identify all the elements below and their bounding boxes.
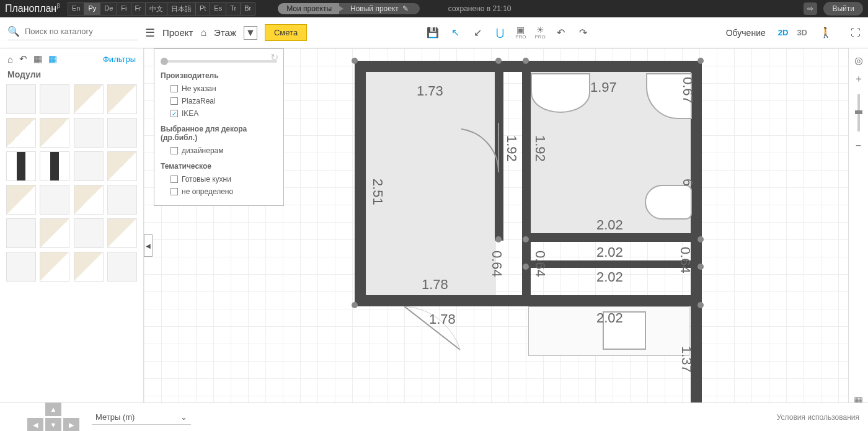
catalog-item[interactable] (74, 185, 104, 215)
share-icon: ⇨ (807, 4, 813, 13)
lang-br[interactable]: Br (240, 2, 255, 16)
dimension-label: 0.64 (532, 251, 548, 277)
catalog-item[interactable] (74, 151, 104, 181)
nav-left[interactable]: ◀ (27, 418, 43, 431)
catalog-item[interactable] (40, 218, 69, 248)
catalog-item[interactable] (107, 185, 137, 215)
catalog-item[interactable] (40, 84, 69, 114)
lang-fr[interactable]: Fr (131, 2, 145, 16)
filter-opt-ikea[interactable]: ✓IKEA (161, 107, 277, 120)
filter-opt-designers[interactable]: дизайнерам (161, 144, 277, 157)
filter-opt-unspecified[interactable]: Не указан (161, 82, 277, 95)
catalog-item[interactable] (6, 218, 36, 248)
sidebar-grid-small-icon[interactable]: ▦ (48, 53, 57, 64)
sidebar-grid-large-icon[interactable]: ▦ (33, 53, 42, 64)
magnet-icon[interactable]: ⋃ (493, 27, 507, 38)
hamburger-icon[interactable]: ☰ (145, 26, 155, 40)
project-menu[interactable]: Проект (162, 27, 193, 38)
pro-light-tool[interactable]: ☀PRO (534, 25, 545, 40)
sidebar-collapse-handle[interactable]: ◀ (144, 234, 153, 257)
pencil-icon[interactable]: ✎ (402, 4, 409, 13)
breadcrumb-current[interactable]: Новый проект ✎ (339, 3, 420, 14)
zoom-in-icon[interactable]: ＋ (854, 73, 864, 86)
nav-right[interactable]: ▶ (63, 418, 79, 431)
floorplan[interactable]: 1.73 1.97 0.67 1.92 1.92 2.51 6 2.02 0.6… (355, 61, 720, 408)
zoom-out-icon[interactable]: − (856, 140, 861, 151)
training-link[interactable]: Обучение (726, 28, 766, 38)
lang-ru[interactable]: Ру (84, 2, 100, 16)
catalog-item[interactable] (107, 218, 137, 248)
filters-link[interactable]: Фильтры (103, 55, 136, 64)
filter-opt-plazareal[interactable]: PlazaReal (161, 95, 277, 107)
lang-tr[interactable]: Tr (226, 2, 240, 16)
units-select[interactable]: Метры (m) ⌄ (92, 410, 191, 425)
logout-button[interactable]: Выйти (823, 2, 863, 16)
catalog-item[interactable] (107, 118, 137, 148)
nav-up[interactable]: ▲ (45, 402, 61, 416)
pro-camera-tool[interactable]: ▣PRO (515, 25, 526, 40)
target-icon[interactable]: ◎ (854, 55, 863, 66)
estimate-button[interactable]: Смета (265, 24, 307, 41)
lang-es[interactable]: Es (210, 2, 226, 16)
terms-link[interactable]: Условия использования (777, 413, 859, 422)
catalog-item[interactable] (74, 118, 104, 148)
lang-de[interactable]: De (100, 2, 117, 16)
catalog-item[interactable] (40, 118, 69, 148)
filter-group-decor: Выбранное для декора (др.библ.) (161, 125, 277, 142)
dimension-label: 1.97 (590, 79, 617, 96)
catalog-item[interactable] (6, 84, 36, 114)
main-toolbar: 🔍 ☰ Проект ⌂ Этаж ▼ Смета 💾 ↖ ↙ ⋃ ▣PRO ☀… (0, 17, 868, 48)
dimension-label: 1.37 (678, 346, 694, 373)
lang-ja[interactable]: 日本語 (167, 2, 195, 16)
sidebar-home-icon[interactable]: ⌂ (7, 54, 13, 64)
catalog-item[interactable] (74, 84, 104, 114)
dimension-label: 2.02 (596, 244, 623, 260)
catalog-item[interactable] (107, 84, 137, 114)
redo-icon[interactable]: ↷ (577, 27, 590, 38)
lang-zh[interactable]: 中文 (145, 2, 167, 16)
filter-slider[interactable] (161, 60, 277, 63)
breadcrumb-projects[interactable]: Мои проекты (278, 3, 339, 14)
chevron-down-icon: ⌄ (180, 412, 187, 422)
catalog-item[interactable] (6, 151, 36, 181)
filter-group-manufacturer: Производитель (161, 71, 277, 80)
sink-fixture (531, 73, 590, 113)
lang-pt[interactable]: Pt (195, 2, 210, 16)
dimension-label: 1.73 (417, 83, 443, 99)
dimension-label: 2.02 (596, 269, 623, 285)
catalog-item[interactable] (107, 151, 137, 181)
catalog-item[interactable] (40, 252, 69, 282)
view-3d[interactable]: 3D (797, 28, 807, 37)
undo-icon[interactable]: ↶ (554, 27, 568, 38)
line-tool-icon[interactable]: ↙ (471, 27, 484, 38)
pointer-tool-icon[interactable]: ↖ (448, 27, 462, 38)
edit-tools: 💾 ↖ ↙ ⋃ ▣PRO ☀PRO ↶ ↷ (426, 25, 590, 40)
floor-dropdown[interactable]: ▼ (244, 26, 257, 40)
filter-group-theme: Тематическое (161, 162, 277, 171)
dimension-label: 1.78 (429, 311, 456, 327)
fullscreen-icon[interactable]: ⛶ (851, 27, 861, 38)
view-2d[interactable]: 2D (778, 28, 789, 37)
catalog-item[interactable] (107, 252, 137, 282)
lang-en[interactable]: En (68, 2, 84, 16)
filter-opt-kitchens[interactable]: Готовые кухни (161, 173, 277, 185)
catalog-search[interactable]: 🔍 (7, 25, 138, 40)
sidebar-back-icon[interactable]: ↶ (19, 53, 27, 64)
catalog-item[interactable] (6, 252, 36, 282)
walk-mode-icon[interactable]: 🚶 (820, 27, 832, 38)
lang-fi[interactable]: Fi (117, 2, 130, 16)
dimension-label: 2.02 (596, 310, 623, 326)
catalog-item[interactable] (74, 252, 104, 282)
catalog-item[interactable] (6, 185, 36, 215)
floor-menu[interactable]: Этаж (214, 27, 236, 38)
catalog-item[interactable] (6, 118, 36, 148)
filter-opt-undefined[interactable]: не определено (161, 185, 277, 198)
search-input[interactable] (25, 27, 130, 36)
save-icon[interactable]: 💾 (426, 27, 440, 38)
share-button[interactable]: ⇨ (804, 2, 817, 15)
catalog-item[interactable] (40, 185, 69, 215)
catalog-item[interactable] (74, 218, 104, 248)
zoom-slider[interactable] (857, 94, 860, 131)
nav-down[interactable]: ▼ (45, 418, 61, 431)
catalog-item[interactable] (40, 151, 69, 181)
